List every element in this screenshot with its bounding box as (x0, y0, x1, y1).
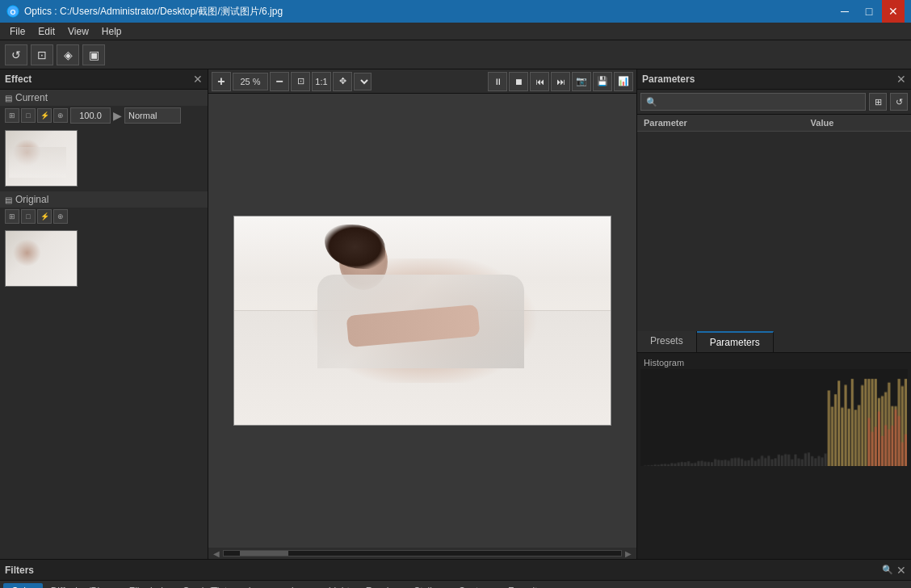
scrollbar-thumb[interactable] (240, 551, 288, 556)
current-thumb (5, 130, 78, 187)
camera-button[interactable]: 📷 (572, 72, 591, 91)
title-text: Optics : C:/Users/Administrator/Desktop/… (24, 5, 283, 19)
effect-icon-1[interactable]: ⊞ (5, 108, 19, 123)
orig-icon-1[interactable]: ⊞ (5, 209, 19, 224)
titlebar: O Optics : C:/Users/Administrator/Deskto… (0, 0, 911, 23)
minimize-button[interactable]: ─ (833, 0, 856, 23)
filter-tab-favorites[interactable]: Favorites (500, 583, 556, 589)
menu-help[interactable]: Help (95, 24, 128, 39)
right-panel: Parameters ✕ 🔍 ⊞ ↺ Parameter Value Pres (636, 69, 911, 559)
histogram-graph (640, 369, 908, 466)
params-icon-1[interactable]: ⊞ (869, 93, 887, 111)
canvas-area: + 25 % − ⊡ 1:1 ✥ Full ⏸ ⏹ ⏮ ⏭ 📷 💾 📊 (208, 69, 636, 559)
play-button[interactable]: ⏸ (488, 72, 507, 91)
effect-icon-2[interactable]: □ (21, 108, 36, 123)
main-toolbar: ↺ ⊡ ◈ ▣ (0, 40, 911, 69)
zoom-in-button[interactable]: + (212, 72, 231, 91)
blend-stepper[interactable]: ▶ (113, 109, 122, 122)
params-close-button[interactable]: ✕ (896, 73, 906, 86)
param-col-header: Parameter (637, 115, 804, 132)
effect-icon-3[interactable]: ⚡ (37, 108, 52, 123)
orig-icon-2[interactable]: □ (21, 209, 36, 224)
tabs-row: Presets Parameters (637, 331, 911, 353)
params-title: Parameters (642, 74, 695, 85)
current-label: Current (15, 92, 48, 103)
blend-row-current: ⊞ □ ⚡ ⊕ 100.0 ▶ Normal (0, 106, 208, 125)
orig-icon-4[interactable]: ⊕ (53, 209, 68, 224)
close-button[interactable]: ✕ (882, 0, 905, 23)
filters-search-icon[interactable]: 🔍 (882, 565, 893, 575)
effect-title: Effect (5, 74, 31, 85)
save-frame-button[interactable]: 💾 (593, 72, 612, 91)
effect-icon-4[interactable]: ⊕ (53, 108, 68, 123)
current-section: ▤ Current (0, 90, 208, 106)
effect-close-button[interactable]: ✕ (193, 73, 203, 86)
histogram-panel: Histogram (637, 353, 911, 559)
value-col-header: Value (804, 115, 911, 132)
tab-presets[interactable]: Presets (637, 331, 697, 352)
histogram-canvas (640, 369, 908, 466)
filters-title: Filters (5, 565, 34, 576)
zoom-actual-button[interactable]: 1:1 (312, 72, 331, 91)
params-search-row: 🔍 ⊞ ↺ (637, 90, 911, 115)
original-label: Original (15, 194, 48, 205)
crop-button[interactable]: ⊡ (31, 44, 53, 65)
canvas-toolbar: + 25 % − ⊡ 1:1 ✥ Full ⏸ ⏹ ⏮ ⏭ 📷 💾 📊 (208, 69, 636, 94)
histogram-title: Histogram (640, 356, 908, 369)
search-icon: 🔍 (646, 97, 657, 107)
filter-tab-image[interactable]: Image (240, 583, 283, 589)
filter-tab-grads[interactable]: Grads/Tints (174, 583, 241, 589)
zoom-input[interactable]: 25 % (233, 73, 268, 90)
effect-header: Effect ✕ (0, 69, 208, 90)
zoom-fit-button[interactable]: ⊡ (291, 72, 310, 91)
params-search-box[interactable]: 🔍 (640, 93, 866, 111)
orig-icon-3[interactable]: ⚡ (37, 209, 52, 224)
filter-tab-filmlab[interactable]: Film Lab (121, 583, 174, 589)
menu-view[interactable]: View (61, 24, 95, 39)
menu-file[interactable]: File (3, 24, 31, 39)
scroll-right-button[interactable]: ▶ (622, 548, 635, 559)
auto-enhance-button[interactable]: ◈ (57, 44, 79, 65)
filter-tab-render[interactable]: Render (358, 583, 405, 589)
filter-tab-diffusion[interactable]: Diffusion/Blurs (43, 583, 121, 589)
zoom-out-button[interactable]: − (270, 72, 289, 91)
maximize-button[interactable]: □ (858, 0, 880, 23)
canvas-scrollbar[interactable]: ◀ ▶ (208, 548, 636, 559)
menu-edit[interactable]: Edit (31, 24, 61, 39)
current-thumb-row (0, 125, 208, 191)
filter-tab-color[interactable]: Color (3, 583, 43, 589)
filter-grid-button[interactable]: ⊞⊞ (885, 586, 908, 589)
params-table: Parameter Value (637, 115, 911, 132)
filter-tab-custom[interactable]: Custom (451, 583, 500, 589)
params-search-input[interactable] (661, 97, 860, 107)
filter-tab-stylize[interactable]: Stylize (405, 583, 450, 589)
blend-mode-input[interactable]: Normal (124, 107, 181, 124)
original-thumb-row (0, 225, 208, 292)
blend-value-input[interactable]: 100.0 (70, 107, 111, 124)
params-refresh-button[interactable]: ↺ (890, 93, 908, 111)
params-header: Parameters ✕ (637, 69, 911, 90)
stop-button[interactable]: ⏹ (509, 72, 528, 91)
app-title: O Optics : C:/Users/Administrator/Deskto… (6, 5, 283, 19)
scroll-left-button[interactable]: ◀ (210, 548, 223, 559)
zoom-mode-select[interactable]: Full (354, 73, 372, 90)
filter-tab-lens[interactable]: Lens (283, 583, 321, 589)
tab-parameters[interactable]: Parameters (697, 331, 774, 352)
prev-frame-button[interactable]: ⏮ (530, 72, 549, 91)
bottom-panel: Filters 🔍 ✕ Color Diffusion/Blurs Film L… (0, 559, 911, 588)
filter-tabs: Color Diffusion/Blurs Film Lab Grads/Tin… (0, 581, 911, 588)
frame-button[interactable]: ▣ (82, 44, 105, 65)
menubar: File Edit View Help (0, 23, 911, 40)
next-frame-button[interactable]: ⏭ (551, 72, 570, 91)
pan-tool-button[interactable]: ✥ (333, 72, 352, 91)
app-icon: O (6, 5, 19, 18)
canvas-view[interactable] (208, 94, 636, 548)
window-controls: ─ □ ✕ (833, 0, 905, 23)
svg-text:O: O (10, 8, 15, 16)
filter-tab-light[interactable]: Light (321, 583, 358, 589)
scrollbar-track[interactable] (223, 550, 622, 556)
histogram-button[interactable]: 📊 (614, 72, 633, 91)
filters-close-button[interactable]: ✕ (896, 564, 906, 577)
filters-header: Filters 🔍 ✕ (0, 560, 911, 581)
rotate-button[interactable]: ↺ (5, 44, 27, 65)
